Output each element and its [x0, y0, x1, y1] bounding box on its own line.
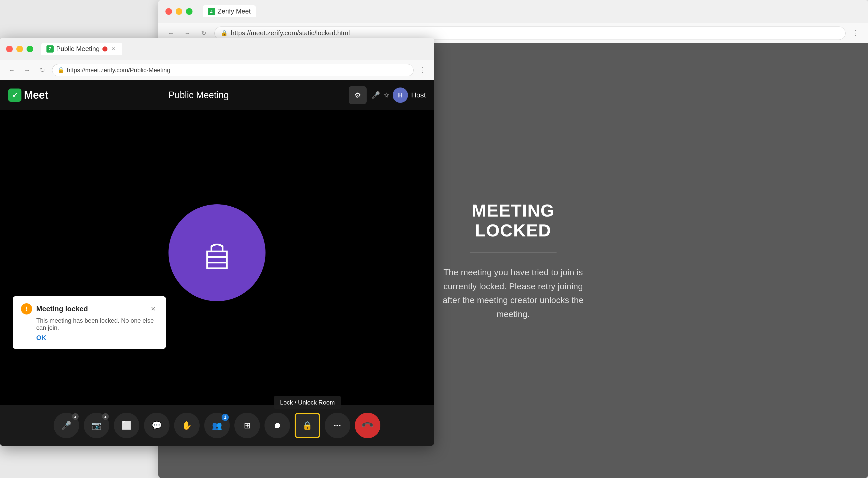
apps-button[interactable]: ⊞ — [235, 413, 260, 438]
toast-ok-button[interactable]: OK — [36, 334, 158, 342]
share-screen-button[interactable]: ⬜ — [114, 413, 140, 438]
meeting-locked-desc: The meeting you have tried to join is cu… — [437, 265, 590, 321]
host-star-icon: ☆ — [383, 91, 390, 100]
raise-hand-button[interactable]: ✋ — [174, 413, 199, 438]
meeting-locked-box: MEETINGLOCKED The meeting you have tried… — [437, 201, 590, 321]
front-url: https://meet.zerify.com/Public-Meeting — [67, 67, 170, 74]
video-main: ! Meeting locked ✕ This meeting has been… — [0, 110, 434, 405]
front-browser-window: Z Public Meeting ✕ ← → ↻ 🔒 https://meet.… — [0, 38, 434, 446]
back-nav-back[interactable]: ← — [165, 28, 177, 39]
host-avatar: H — [393, 88, 408, 103]
close-button-front[interactable] — [6, 46, 13, 52]
host-mic-icon: 🎤 — [371, 91, 380, 100]
maximize-button-back[interactable] — [186, 8, 192, 15]
more-options-icon: ••• — [334, 422, 341, 429]
tab-title-front: Public Meeting — [56, 45, 100, 53]
meeting-header: ✓ Meet Public Meeting ⚙ 🎤 ☆ H Host — [0, 80, 434, 110]
front-address-lock-icon: 🔒 — [57, 67, 64, 73]
meeting-area: ✓ Meet Public Meeting ⚙ 🎤 ☆ H Host — [0, 80, 434, 446]
front-nav-back[interactable]: ← — [6, 65, 18, 76]
meeting-title: Public Meeting — [168, 90, 229, 101]
camera-icon: 📷 — [91, 421, 102, 430]
close-button-back[interactable] — [165, 8, 172, 15]
back-url: https://meet.zerify.com/static/locked.ht… — [231, 29, 350, 37]
meeting-locked-title: MEETINGLOCKED — [472, 201, 555, 240]
toast-close-button[interactable]: ✕ — [149, 304, 158, 313]
share-screen-icon: ⬜ — [122, 421, 132, 430]
participants-count-badge: 1 — [222, 414, 229, 421]
host-info: 🎤 ☆ H Host — [371, 88, 426, 103]
camera-arrow: ▲ — [102, 413, 109, 420]
back-nav-forward[interactable]: → — [182, 28, 193, 39]
mic-button[interactable]: 🎤 ▲ — [54, 413, 79, 438]
front-browser-titlebar: Z Public Meeting ✕ — [0, 38, 434, 60]
front-nav-forward[interactable]: → — [22, 65, 33, 76]
minimize-button-front[interactable] — [16, 46, 23, 52]
lock-room-icon: 🔒 — [302, 421, 312, 430]
meeting-locked-divider — [470, 252, 557, 253]
traffic-lights-front — [6, 46, 33, 52]
participants-button[interactable]: 👥 1 — [204, 413, 230, 438]
camera-button[interactable]: 📷 ▲ — [84, 413, 109, 438]
raise-hand-icon: ✋ — [182, 421, 192, 430]
stats-button[interactable]: ⚙ — [349, 86, 367, 104]
header-right: ⚙ 🎤 ☆ H Host — [349, 86, 426, 104]
address-lock-icon: 🔒 — [221, 30, 228, 36]
tab-zerify-meet[interactable]: Z Zerify Meet — [203, 5, 256, 18]
chat-icon: 💬 — [152, 421, 162, 430]
front-address-bar[interactable]: 🔒 https://meet.zerify.com/Public-Meeting — [52, 64, 413, 76]
recording-indicator — [102, 46, 107, 52]
minimize-button-back[interactable] — [176, 8, 182, 15]
tab-bar-back: Z Zerify Meet — [203, 5, 256, 18]
tab-public-meeting[interactable]: Z Public Meeting ✕ — [41, 43, 122, 55]
back-more-options[interactable]: ⋮ — [850, 28, 861, 38]
toast-notification: ! Meeting locked ✕ This meeting has been… — [13, 296, 166, 349]
back-browser-titlebar: Z Zerify Meet — [158, 0, 868, 23]
toast-message: This meeting has been locked. No one els… — [36, 317, 158, 331]
front-nav-refresh[interactable]: ↻ — [37, 65, 48, 76]
front-browser-navbar: ← → ↻ 🔒 https://meet.zerify.com/Public-M… — [0, 60, 434, 80]
lock-graphic — [189, 226, 245, 283]
mic-icon: 🎤 — [61, 421, 71, 430]
record-icon: ⏺ — [273, 421, 281, 430]
apps-icon: ⊞ — [244, 421, 251, 430]
maximize-button-front[interactable] — [27, 46, 33, 52]
meet-logo: ✓ Meet — [8, 89, 49, 102]
front-more-options[interactable]: ⋮ — [418, 65, 428, 75]
host-label: Host — [411, 91, 426, 99]
more-options-button[interactable]: ••• — [325, 413, 350, 438]
mic-arrow: ▲ — [72, 413, 79, 420]
participants-icon: 👥 — [212, 421, 222, 430]
bottom-toolbar: 🎤 ▲ 📷 ▲ ⬜ 💬 ✋ 👥 1 — [0, 405, 434, 446]
end-call-icon: 📞 — [361, 418, 374, 432]
record-button[interactable]: ⏺ — [265, 413, 290, 438]
toast-warning-icon: ! — [21, 303, 32, 314]
meet-logo-text: Meet — [24, 89, 49, 101]
svg-rect-0 — [207, 251, 227, 268]
traffic-lights-back — [165, 8, 192, 15]
tab-favicon-back: Z — [208, 8, 215, 15]
end-call-button[interactable]: 📞 — [355, 413, 380, 438]
back-nav-refresh[interactable]: ↻ — [198, 28, 209, 39]
toast-header: ! Meeting locked ✕ — [21, 303, 158, 314]
tab-title-back: Zerify Meet — [218, 7, 251, 15]
tab-close-front[interactable]: ✕ — [110, 45, 117, 53]
toast-title: Meeting locked — [36, 305, 145, 313]
lock-room-button[interactable]: Lock / Unlock Room 🔒 — [294, 413, 320, 438]
chat-button[interactable]: 💬 — [144, 413, 169, 438]
meet-logo-icon: ✓ — [8, 89, 22, 102]
tab-favicon-front: Z — [46, 45, 54, 53]
